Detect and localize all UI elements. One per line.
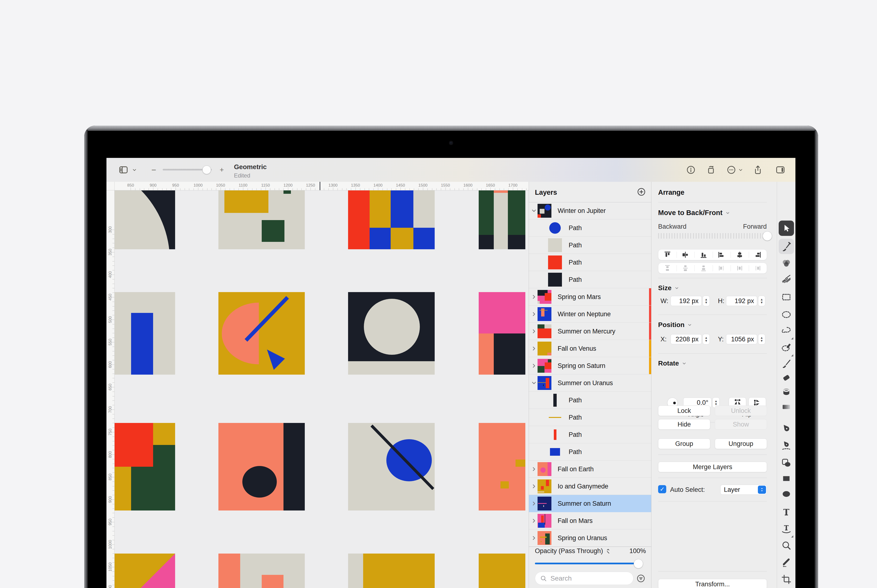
panel-right-icon[interactable] <box>774 158 786 182</box>
distribute-top-icon[interactable] <box>658 263 676 273</box>
layer-row[interactable]: Path <box>529 219 651 237</box>
layer-row[interactable]: Path <box>529 392 651 409</box>
y-field[interactable]: 1056 px <box>726 334 757 344</box>
move-section-header[interactable]: Move to Back/Front <box>658 209 731 217</box>
chevron-right-icon[interactable] <box>531 530 537 547</box>
chevron-right-icon[interactable] <box>531 512 537 530</box>
type-tool[interactable] <box>777 502 795 521</box>
gradient-tool[interactable] <box>777 398 795 416</box>
show-button[interactable]: Show <box>715 419 767 430</box>
layer-row[interactable]: Winter on Neptune <box>529 306 651 323</box>
artboard[interactable] <box>115 554 175 588</box>
artboard[interactable] <box>219 423 305 510</box>
layer-name[interactable]: Winter on Jupiter <box>558 202 606 219</box>
layer-name[interactable]: Path <box>569 392 582 409</box>
layer-name[interactable]: Path <box>569 254 582 271</box>
chevron-right-icon[interactable] <box>531 306 537 323</box>
canvas[interactable]: 850 900 950 1000 1050 1100 1150 1200 125… <box>106 182 529 588</box>
layer-row[interactable]: Spring on Saturn <box>529 357 651 374</box>
chevron-right-icon[interactable] <box>531 357 537 374</box>
zoom-in-button[interactable]: + <box>217 158 226 182</box>
x-stepper[interactable]: ▲▼ <box>703 334 710 345</box>
style-tool[interactable] <box>777 237 795 256</box>
x-field[interactable]: 2208 px <box>670 334 702 344</box>
freeform-pen-tool[interactable] <box>777 436 795 455</box>
artboard[interactable] <box>348 292 435 375</box>
layer-name[interactable]: Winter on Neptune <box>558 306 611 323</box>
more-icon[interactable] <box>725 158 737 182</box>
layer-row[interactable]: Fall on Venus <box>529 340 651 357</box>
layer-name[interactable]: Path <box>569 409 582 426</box>
transform-button[interactable]: Transform... <box>658 579 767 588</box>
filter-icon[interactable] <box>636 574 646 583</box>
annotate-tool[interactable] <box>777 553 795 572</box>
artboard[interactable] <box>115 423 175 510</box>
chevron-right-icon[interactable] <box>531 478 537 495</box>
layer-row[interactable]: Winter on Jupiter <box>529 202 651 219</box>
chevron-down-icon[interactable] <box>737 158 744 182</box>
layer-row[interactable]: Io and Ganymede <box>529 478 651 495</box>
chevron-down-icon[interactable] <box>130 158 138 182</box>
y-stepper[interactable]: ▲▼ <box>758 334 765 345</box>
artboard[interactable] <box>479 190 525 249</box>
chevron-down-icon[interactable] <box>531 374 537 392</box>
layer-row[interactable]: Summer on Mercury <box>529 323 651 340</box>
chevron-down-icon[interactable] <box>531 202 537 219</box>
auto-select-checkbox[interactable]: ✓ <box>658 485 666 493</box>
layer-name[interactable]: Fall on Mars <box>558 512 592 530</box>
rotate-canvas-icon[interactable] <box>705 158 717 182</box>
auto-select-dropdown[interactable]: Layer <box>720 484 767 495</box>
plus-circle-icon[interactable] <box>636 180 647 204</box>
depth-slider-knob[interactable] <box>763 231 772 241</box>
artboard[interactable] <box>348 423 435 510</box>
layer-row[interactable]: Spring on Mars <box>529 288 651 306</box>
artboard[interactable] <box>348 554 435 588</box>
artboard[interactable] <box>219 190 305 249</box>
group-button[interactable]: Group <box>658 438 710 449</box>
chevron-right-icon[interactable] <box>531 288 537 306</box>
layer-name[interactable]: Fall on Venus <box>558 340 596 357</box>
artboard[interactable] <box>479 423 525 510</box>
merge-layers-button[interactable]: Merge Layers <box>658 462 767 472</box>
ellipse-tool[interactable] <box>777 484 795 503</box>
layer-row[interactable]: Path <box>529 271 651 288</box>
distribute-bottom-icon[interactable] <box>694 263 713 273</box>
artboard[interactable] <box>479 554 525 588</box>
layer-name[interactable]: Summer on Uranus <box>558 374 613 392</box>
layer-name[interactable]: Spring on Saturn <box>558 357 605 374</box>
layer-row[interactable]: Path <box>529 443 651 460</box>
align-left-icon[interactable] <box>713 249 731 260</box>
share-icon[interactable] <box>752 158 764 182</box>
rect-select-tool[interactable] <box>777 288 795 306</box>
move-tool[interactable] <box>777 219 795 237</box>
align-v-center-icon[interactable] <box>676 249 695 260</box>
layer-row[interactable]: Fall on Mars <box>529 512 651 530</box>
layer-name[interactable]: Summer on Saturn <box>558 495 611 512</box>
opacity-slider-knob[interactable] <box>634 559 643 568</box>
layer-name[interactable]: Path <box>569 426 582 443</box>
layer-row[interactable]: Path <box>529 237 651 254</box>
artboard[interactable] <box>115 190 175 249</box>
chevron-right-icon[interactable] <box>531 340 537 357</box>
artboard[interactable] <box>219 554 305 588</box>
layers-search-field[interactable] <box>535 572 633 585</box>
layer-name[interactable]: Path <box>569 219 582 237</box>
zoom-slider[interactable] <box>163 169 212 171</box>
artboard[interactable] <box>219 292 305 375</box>
search-input[interactable] <box>550 574 623 582</box>
layer-row[interactable]: Spring on Uranus <box>529 530 651 547</box>
layer-row[interactable]: Summer on Uranus <box>529 374 651 392</box>
align-right-icon[interactable] <box>749 249 767 260</box>
height-stepper[interactable]: ▲▼ <box>758 296 765 306</box>
distribute-h-center-icon[interactable] <box>731 263 749 273</box>
layer-row[interactable]: Path <box>529 409 651 426</box>
layer-name[interactable]: Summer on Mercury <box>558 323 615 340</box>
rotate-section-header[interactable]: Rotate <box>658 360 687 367</box>
align-top-icon[interactable] <box>658 249 676 260</box>
lock-button[interactable]: Lock <box>658 405 710 416</box>
layer-name[interactable]: Path <box>569 443 582 460</box>
zoom-tool[interactable] <box>777 536 795 555</box>
chevron-right-icon[interactable] <box>531 495 537 512</box>
zoom-out-button[interactable]: − <box>149 158 159 182</box>
distribute-v-center-icon[interactable] <box>676 263 695 273</box>
